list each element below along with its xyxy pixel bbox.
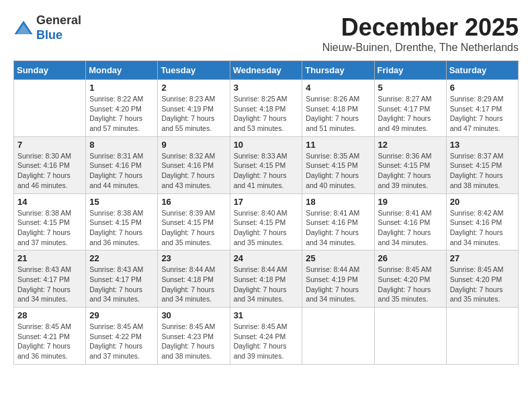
day-number: 1: [89, 83, 154, 93]
day-detail: Sunrise: 8:45 AMSunset: 4:23 PMDaylight:…: [161, 322, 226, 361]
day-number: 23: [161, 253, 226, 263]
calendar-week-row: 1Sunrise: 8:22 AMSunset: 4:20 PMDaylight…: [14, 80, 519, 137]
day-detail: Sunrise: 8:29 AMSunset: 4:17 PMDaylight:…: [450, 94, 515, 134]
day-detail: Sunrise: 8:40 AMSunset: 4:15 PMDaylight:…: [234, 208, 299, 248]
calendar-cell: 16Sunrise: 8:39 AMSunset: 4:15 PMDayligh…: [158, 193, 230, 250]
day-number: 10: [234, 140, 299, 150]
day-number: 3: [234, 83, 299, 93]
day-detail: Sunrise: 8:45 AMSunset: 4:20 PMDaylight:…: [450, 265, 515, 304]
day-number: 2: [161, 83, 226, 93]
calendar-cell: 6Sunrise: 8:29 AMSunset: 4:17 PMDaylight…: [446, 80, 518, 137]
day-detail: Sunrise: 8:45 AMSunset: 4:20 PMDaylight:…: [378, 265, 443, 304]
calendar-cell: 25Sunrise: 8:44 AMSunset: 4:19 PMDayligh…: [302, 250, 374, 308]
day-detail: Sunrise: 8:41 AMSunset: 4:16 PMDaylight:…: [306, 208, 370, 248]
weekday-header-wednesday: Wednesday: [230, 61, 302, 80]
weekday-header-thursday: Thursday: [302, 61, 374, 80]
calendar-cell: 14Sunrise: 8:38 AMSunset: 4:15 PMDayligh…: [14, 193, 86, 250]
calendar-cell: 3Sunrise: 8:25 AMSunset: 4:18 PMDaylight…: [230, 80, 302, 137]
weekday-header-sunday: Sunday: [14, 61, 86, 80]
weekday-header-saturday: Saturday: [446, 61, 518, 80]
day-number: 24: [234, 253, 299, 263]
calendar-week-row: 28Sunrise: 8:45 AMSunset: 4:21 PMDayligh…: [14, 308, 519, 365]
day-number: 19: [378, 197, 443, 207]
day-detail: Sunrise: 8:27 AMSunset: 4:17 PMDaylight:…: [378, 94, 443, 134]
day-number: 11: [306, 140, 370, 150]
day-detail: Sunrise: 8:43 AMSunset: 4:17 PMDaylight:…: [17, 265, 82, 304]
day-number: 26: [378, 253, 443, 263]
day-number: 12: [378, 140, 443, 150]
day-number: 21: [17, 253, 82, 263]
weekday-header-tuesday: Tuesday: [158, 61, 230, 80]
day-detail: Sunrise: 8:22 AMSunset: 4:20 PMDaylight:…: [89, 94, 154, 134]
day-detail: Sunrise: 8:35 AMSunset: 4:15 PMDaylight:…: [306, 151, 370, 191]
day-detail: Sunrise: 8:39 AMSunset: 4:15 PMDaylight:…: [161, 208, 226, 248]
day-detail: Sunrise: 8:45 AMSunset: 4:24 PMDaylight:…: [234, 322, 299, 361]
day-number: 4: [306, 83, 370, 93]
calendar-cell: 28Sunrise: 8:45 AMSunset: 4:21 PMDayligh…: [14, 308, 86, 365]
day-number: 16: [161, 197, 226, 207]
calendar-cell: 24Sunrise: 8:44 AMSunset: 4:18 PMDayligh…: [230, 250, 302, 308]
day-detail: Sunrise: 8:32 AMSunset: 4:16 PMDaylight:…: [161, 151, 226, 191]
day-detail: Sunrise: 8:44 AMSunset: 4:19 PMDaylight:…: [306, 265, 370, 304]
day-detail: Sunrise: 8:44 AMSunset: 4:18 PMDaylight:…: [234, 265, 299, 304]
day-number: 20: [450, 197, 515, 207]
month-title: December 2025: [322, 13, 519, 42]
day-detail: Sunrise: 8:23 AMSunset: 4:19 PMDaylight:…: [161, 94, 226, 134]
calendar-cell: [446, 308, 518, 365]
day-number: 22: [89, 253, 154, 263]
day-detail: Sunrise: 8:37 AMSunset: 4:15 PMDaylight:…: [450, 151, 515, 191]
day-detail: Sunrise: 8:38 AMSunset: 4:15 PMDaylight:…: [89, 208, 154, 248]
title-block: December 2025 Nieuw-Buinen, Drenthe, The…: [322, 13, 519, 54]
day-number: 8: [89, 140, 154, 150]
calendar-table: SundayMondayTuesdayWednesdayThursdayFrid…: [13, 60, 519, 365]
day-detail: Sunrise: 8:36 AMSunset: 4:15 PMDaylight:…: [378, 151, 443, 191]
weekday-header-monday: Monday: [86, 61, 158, 80]
calendar-cell: 11Sunrise: 8:35 AMSunset: 4:15 PMDayligh…: [302, 136, 374, 193]
calendar-cell: 19Sunrise: 8:41 AMSunset: 4:16 PMDayligh…: [374, 193, 446, 250]
calendar-cell: [302, 308, 374, 365]
calendar-week-row: 21Sunrise: 8:43 AMSunset: 4:17 PMDayligh…: [14, 250, 519, 308]
day-detail: Sunrise: 8:38 AMSunset: 4:15 PMDaylight:…: [17, 208, 82, 248]
calendar-cell: 5Sunrise: 8:27 AMSunset: 4:17 PMDaylight…: [374, 80, 446, 137]
calendar-cell: 29Sunrise: 8:45 AMSunset: 4:22 PMDayligh…: [86, 308, 158, 365]
day-number: 9: [161, 140, 226, 150]
day-number: 30: [161, 310, 226, 320]
day-number: 13: [450, 140, 515, 150]
calendar-cell: 31Sunrise: 8:45 AMSunset: 4:24 PMDayligh…: [230, 308, 302, 365]
calendar-cell: 18Sunrise: 8:41 AMSunset: 4:16 PMDayligh…: [302, 193, 374, 250]
day-number: 25: [306, 253, 370, 263]
calendar-cell: 2Sunrise: 8:23 AMSunset: 4:19 PMDaylight…: [158, 80, 230, 137]
calendar-cell: 17Sunrise: 8:40 AMSunset: 4:15 PMDayligh…: [230, 193, 302, 250]
calendar-cell: 8Sunrise: 8:31 AMSunset: 4:16 PMDaylight…: [86, 136, 158, 193]
day-number: 7: [17, 140, 82, 150]
day-detail: Sunrise: 8:44 AMSunset: 4:18 PMDaylight:…: [161, 265, 226, 304]
calendar-cell: 30Sunrise: 8:45 AMSunset: 4:23 PMDayligh…: [158, 308, 230, 365]
day-number: 6: [450, 83, 515, 93]
day-number: 14: [17, 197, 82, 207]
calendar-cell: 23Sunrise: 8:44 AMSunset: 4:18 PMDayligh…: [158, 250, 230, 308]
calendar-cell: 7Sunrise: 8:30 AMSunset: 4:16 PMDaylight…: [14, 136, 86, 193]
day-number: 17: [234, 197, 299, 207]
calendar-cell: 21Sunrise: 8:43 AMSunset: 4:17 PMDayligh…: [14, 250, 86, 308]
calendar-cell: 15Sunrise: 8:38 AMSunset: 4:15 PMDayligh…: [86, 193, 158, 250]
day-detail: Sunrise: 8:33 AMSunset: 4:15 PMDaylight:…: [234, 151, 299, 191]
calendar-week-row: 14Sunrise: 8:38 AMSunset: 4:15 PMDayligh…: [14, 193, 519, 250]
day-detail: Sunrise: 8:45 AMSunset: 4:21 PMDaylight:…: [17, 322, 82, 361]
day-number: 31: [234, 310, 299, 320]
day-detail: Sunrise: 8:43 AMSunset: 4:17 PMDaylight:…: [89, 265, 154, 304]
day-number: 5: [378, 83, 443, 93]
calendar-cell: 26Sunrise: 8:45 AMSunset: 4:20 PMDayligh…: [374, 250, 446, 308]
calendar-cell: 13Sunrise: 8:37 AMSunset: 4:15 PMDayligh…: [446, 136, 518, 193]
day-detail: Sunrise: 8:42 AMSunset: 4:16 PMDaylight:…: [450, 208, 515, 248]
day-number: 29: [89, 310, 154, 320]
calendar-cell: 22Sunrise: 8:43 AMSunset: 4:17 PMDayligh…: [86, 250, 158, 308]
day-detail: Sunrise: 8:31 AMSunset: 4:16 PMDaylight:…: [89, 151, 154, 191]
calendar-cell: 12Sunrise: 8:36 AMSunset: 4:15 PMDayligh…: [374, 136, 446, 193]
day-detail: Sunrise: 8:26 AMSunset: 4:18 PMDaylight:…: [306, 94, 370, 134]
day-number: 18: [306, 197, 370, 207]
day-number: 15: [89, 197, 154, 207]
day-number: 27: [450, 253, 515, 263]
location-subtitle: Nieuw-Buinen, Drenthe, The Netherlands: [322, 42, 519, 54]
calendar-cell: 27Sunrise: 8:45 AMSunset: 4:20 PMDayligh…: [446, 250, 518, 308]
day-detail: Sunrise: 8:30 AMSunset: 4:16 PMDaylight:…: [17, 151, 82, 191]
